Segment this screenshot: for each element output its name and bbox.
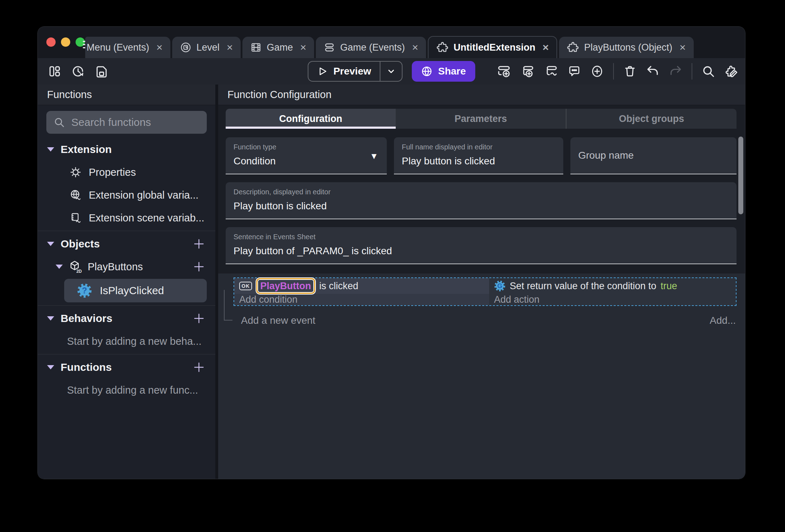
- svg-text:G: G: [497, 282, 502, 290]
- preview-options-arrow[interactable]: [380, 66, 402, 76]
- add-function-button[interactable]: [193, 361, 205, 374]
- chevron-down-icon[interactable]: [47, 365, 54, 369]
- add-object-function-button[interactable]: [193, 260, 205, 273]
- event-block-selected[interactable]: OK PlayButton is clicked Add condition G…: [234, 277, 737, 306]
- panes-layout-icon[interactable]: [48, 65, 61, 78]
- form-row-1: Function type Condition ▼ Full name disp…: [226, 137, 737, 174]
- puzzle-icon: [436, 41, 448, 53]
- tab-label: Game (Events): [340, 42, 405, 53]
- tab-object-groups[interactable]: Object groups: [566, 109, 737, 129]
- toolbar-right-group: [497, 63, 739, 80]
- tab-close-icon[interactable]: ×: [300, 42, 307, 53]
- close-window-icon[interactable]: [46, 37, 56, 47]
- tab-menu-events[interactable]: Menu (Events) ×: [85, 37, 170, 58]
- sidebar-search-wrap: Search functions: [38, 105, 215, 138]
- toolbar-divider: [613, 63, 614, 80]
- gdevelop-gear-icon: G: [494, 280, 506, 292]
- group-name-field[interactable]: Group name: [570, 137, 737, 174]
- sidebar-section-behaviors[interactable]: Behaviors: [38, 307, 215, 330]
- chevron-down-icon[interactable]: [47, 147, 54, 152]
- history-icon[interactable]: [71, 65, 85, 78]
- undo-icon[interactable]: [646, 65, 660, 78]
- main-toolbar: Preview Share: [38, 58, 745, 85]
- section-label: Behaviors: [61, 312, 112, 324]
- search-functions-input[interactable]: Search functions: [46, 111, 207, 134]
- tab-label: Menu (Events): [87, 42, 149, 53]
- action-row[interactable]: G Set return value of the condition to t…: [489, 278, 736, 294]
- tab-game-events[interactable]: Game (Events) ×: [316, 37, 426, 58]
- tab-close-icon[interactable]: ×: [412, 42, 419, 53]
- add-action-button[interactable]: Add action: [489, 294, 736, 305]
- action-value-true: true: [661, 281, 677, 292]
- sidebar-item-extension-global-variables[interactable]: Extension global varia...: [38, 184, 215, 206]
- traffic-lights: [46, 37, 85, 47]
- field-placeholder: Group name: [578, 150, 634, 161]
- events-sheet-icon: [324, 42, 335, 53]
- behaviors-empty-hint: Start by adding a new beha...: [38, 330, 215, 353]
- full-name-field[interactable]: Full name displayed in editor Play butto…: [394, 137, 563, 174]
- svg-text:?: ?: [82, 286, 87, 295]
- add-event-icon[interactable]: [497, 64, 511, 78]
- tab-untitled-extension[interactable]: UntitledExtension ×: [428, 36, 557, 58]
- section-label: Objects: [61, 238, 100, 250]
- sidebar-item-isplayclicked-selected[interactable]: ? IsPlayClicked: [64, 279, 207, 302]
- tab-close-icon[interactable]: ×: [157, 42, 163, 53]
- sidebar-item-extension-scene-variables[interactable]: Extension scene variab...: [38, 206, 215, 229]
- add-subevent-icon[interactable]: [520, 64, 535, 78]
- sidebar-item-properties[interactable]: Properties: [38, 161, 215, 184]
- chevron-down-icon[interactable]: [47, 316, 54, 321]
- function-type-select[interactable]: Function type Condition ▼: [226, 137, 387, 174]
- chevron-down-icon[interactable]: [47, 242, 54, 246]
- editor-tab-bar: Menu (Events) × Level × Game ×: [85, 36, 694, 58]
- globe-icon: [421, 66, 432, 77]
- condition-row[interactable]: OK PlayButton is clicked: [234, 278, 489, 294]
- field-label: Function type: [234, 143, 379, 151]
- vertical-scrollbar[interactable]: [738, 137, 743, 214]
- sentence-field[interactable]: Sentence in Events Sheet Play button of …: [226, 227, 737, 264]
- search-icon[interactable]: [702, 65, 715, 78]
- add-new-event-button[interactable]: Add a new event: [241, 315, 315, 326]
- minimize-window-icon[interactable]: [61, 37, 70, 47]
- tab-parameters[interactable]: Parameters: [396, 109, 566, 129]
- tab-close-icon[interactable]: ×: [227, 42, 233, 53]
- condition-text: is clicked: [319, 281, 359, 292]
- tab-game[interactable]: Game ×: [242, 37, 314, 58]
- sidebar-section-functions[interactable]: Functions: [38, 356, 215, 379]
- functions-empty-hint: Start by adding a new func...: [38, 379, 215, 401]
- scene-variables-icon: [70, 212, 82, 224]
- delete-icon[interactable]: [623, 65, 637, 78]
- plus-icon: [193, 312, 205, 325]
- section-label: Extension: [61, 143, 112, 155]
- sidebar-item-label: IsPlayClicked: [100, 285, 164, 297]
- save-icon[interactable]: [95, 65, 108, 78]
- description-field[interactable]: Description, displayed in editor Play bu…: [226, 182, 737, 219]
- share-button[interactable]: Share: [412, 61, 475, 82]
- preview-button-main[interactable]: Preview: [308, 66, 380, 77]
- add-object-button[interactable]: [193, 237, 205, 250]
- tab-level[interactable]: Level ×: [172, 37, 241, 58]
- dropdown-arrow-icon[interactable]: ▼: [370, 151, 378, 161]
- title-bar: Menu (Events) × Level × Game ×: [38, 27, 745, 58]
- add-behavior-button[interactable]: [193, 312, 205, 325]
- edit-extension-icon[interactable]: [724, 64, 739, 78]
- tab-close-icon[interactable]: ×: [679, 42, 686, 53]
- sidebar-section-extension[interactable]: Extension: [38, 138, 215, 161]
- svg-text:2D: 2D: [76, 269, 82, 273]
- screenshot-background: Menu (Events) × Level × Game ×: [0, 0, 785, 532]
- add-more-button[interactable]: Add...: [710, 315, 736, 326]
- add-circle-icon[interactable]: [590, 65, 604, 78]
- sidebar-section-objects[interactable]: Objects: [38, 232, 215, 255]
- tab-playbuttons-object[interactable]: PlayButtons (Object) ×: [559, 37, 693, 58]
- add-condition-button[interactable]: Add condition: [234, 294, 489, 305]
- tab-configuration[interactable]: Configuration: [226, 109, 396, 129]
- condition-object-highlight[interactable]: PlayButton: [256, 278, 315, 294]
- function-configuration-panel: Function Configuration Configuration Par…: [218, 85, 745, 479]
- sidebar-item-playbuttons[interactable]: 2D PlayButtons: [38, 255, 215, 278]
- add-comment-icon[interactable]: [568, 65, 581, 78]
- add-other-event-icon[interactable]: [544, 64, 558, 78]
- tab-close-icon[interactable]: ×: [543, 42, 549, 53]
- chevron-down-icon[interactable]: [56, 265, 63, 269]
- redo-icon[interactable]: [669, 65, 682, 78]
- preview-button[interactable]: Preview: [308, 61, 402, 82]
- field-value: Play button is clicked: [402, 155, 555, 167]
